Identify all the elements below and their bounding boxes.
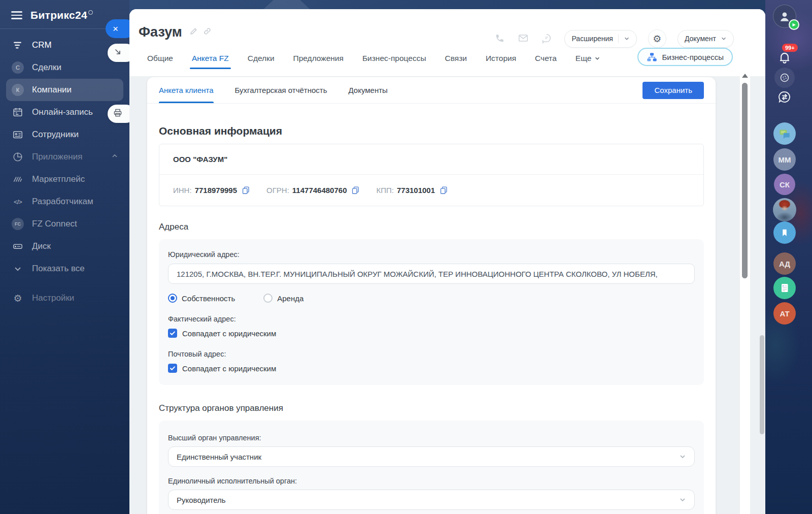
tab-general[interactable]: Общие: [147, 54, 173, 69]
tab-accounting-reports[interactable]: Бухгалтерская отчётность: [235, 77, 327, 103]
apps-pie-icon: [11, 150, 24, 164]
scrollbar-thumb[interactable]: [742, 83, 748, 278]
avatar-mm[interactable]: MM: [773, 148, 796, 171]
tab-offers[interactable]: Предложения: [293, 54, 344, 69]
actual-address-label: Фактический адрес:: [168, 315, 695, 323]
support-icon[interactable]: [774, 68, 795, 88]
extensions-label: Расширения: [571, 35, 613, 43]
close-icon: ×: [113, 23, 118, 35]
document-dropdown[interactable]: Документ: [678, 30, 734, 48]
sidebar-item-developers[interactable]: </> Разработчикам: [6, 190, 123, 213]
company-slider-panel: Фазум Расширения: [129, 9, 765, 514]
tab-client-form[interactable]: Анкета клиента: [159, 77, 214, 103]
chevron-down-icon: [594, 55, 600, 61]
rent-radio-option[interactable]: Аренда: [263, 294, 303, 303]
printer-icon: [113, 108, 123, 120]
checkbox-checked[interactable]: [168, 329, 177, 338]
link-icon[interactable]: [203, 27, 212, 38]
avatar-photo[interactable]: [773, 198, 796, 221]
tab-more[interactable]: Еще: [576, 54, 601, 69]
edit-title-icon[interactable]: [189, 27, 198, 38]
sidebar-item-label: Онлайн-запись: [32, 107, 93, 117]
supreme-body-label: Высший орган управления:: [168, 434, 695, 442]
sidebar-item-disk[interactable]: Диск: [6, 235, 123, 258]
tab-history[interactable]: История: [486, 54, 516, 69]
sidebar-item-label: Показать все: [32, 264, 85, 274]
sidebar-item-fz-connect[interactable]: FC FZ Connect: [6, 213, 123, 235]
avatar-at[interactable]: АТ: [773, 302, 796, 325]
tab-invoices[interactable]: Счета: [535, 54, 557, 69]
notifications-bell[interactable]: 99+: [777, 50, 792, 67]
tab-anketa-fz[interactable]: Анкета FZ: [192, 54, 229, 69]
legal-address-input[interactable]: 121205, Г.МОСКВА, ВН.ТЕР.Г. МУНИЦИПАЛЬНЫ…: [168, 264, 695, 284]
panel-scrollbar[interactable]: [740, 70, 750, 514]
sidebar-item-online-booking[interactable]: Онлайн-запись: [6, 101, 123, 123]
business-process-button[interactable]: Бизнес-процессы: [637, 48, 733, 66]
sidebar-item-marketplace[interactable]: Маркетплейс: [6, 168, 123, 190]
business-process-label: Бизнес-процессы: [662, 53, 724, 61]
profile-avatar[interactable]: ▶: [773, 5, 796, 28]
bookmark-icon[interactable]: [773, 221, 796, 244]
postal-same-checkbox-row[interactable]: Совпадает с юридическим: [168, 364, 695, 373]
actual-same-checkbox-row[interactable]: Совпадает с юридическим: [168, 329, 695, 338]
settings-gear-button[interactable]: ⚙: [648, 29, 666, 48]
sidebar-item-label: Сделки: [32, 62, 61, 73]
messenger-icon[interactable]: [773, 122, 796, 145]
phone-icon[interactable]: [494, 33, 506, 45]
code-icon: </>: [11, 195, 24, 208]
avatar-ad[interactable]: АД: [773, 252, 796, 275]
addresses-block: Юридический адрес: 121205, Г.МОСКВА, ВН.…: [159, 239, 704, 385]
tab-links[interactable]: Связи: [445, 54, 467, 69]
chevron-up-icon: [111, 152, 118, 162]
sidebar-item-show-all[interactable]: Показать все: [6, 258, 123, 280]
sidebar-item-label: Разработчикам: [32, 197, 93, 207]
sidebar-item-apps[interactable]: Приложения: [6, 146, 123, 168]
sidebar-item-label: Приложения: [32, 152, 82, 162]
tab-documents[interactable]: Документы: [349, 77, 388, 103]
chat-transfer-icon[interactable]: [776, 89, 793, 107]
legal-address-label: Юридический адрес:: [168, 250, 695, 259]
chevron-down-icon: [721, 36, 727, 42]
deals-letter-icon: С: [11, 61, 24, 74]
addresses-heading: Адреса: [159, 222, 704, 232]
brand-logo[interactable]: Битрикс24: [30, 9, 93, 21]
sidebar-item-label: CRM: [32, 40, 52, 50]
chevron-down-icon: [624, 36, 630, 42]
sidebar-item-label: Маркетплейс: [32, 174, 85, 184]
copy-icon[interactable]: [439, 186, 448, 195]
panel-body: Анкета клиента Бухгалтерская отчётность …: [129, 76, 765, 514]
main-info-heading: Основная информация: [159, 125, 704, 137]
chevron-down-icon: [679, 453, 686, 460]
tab-business-processes[interactable]: Бизнес-процессы: [362, 54, 426, 69]
save-button[interactable]: Сохранить: [642, 82, 704, 99]
sidebar-item-settings[interactable]: ⚙ Настройки: [6, 287, 123, 309]
sidebar-item-crm[interactable]: CRM: [6, 34, 123, 56]
sidebar-item-employees[interactable]: Сотрудники: [6, 123, 123, 146]
play-status-badge[interactable]: ▶: [789, 19, 799, 30]
avatar-ck[interactable]: СК: [774, 174, 795, 195]
hamburger-menu-icon[interactable]: [11, 11, 22, 19]
sidebar-item-label: Сотрудники: [32, 130, 79, 140]
radio-selected[interactable]: [168, 294, 177, 303]
chevron-down-icon: [679, 496, 686, 503]
ownership-radio-option[interactable]: Собственность: [168, 294, 235, 303]
copy-icon[interactable]: [351, 186, 360, 195]
copy-icon[interactable]: [242, 186, 250, 195]
calendar-icon: [11, 106, 24, 119]
document-app-icon[interactable]: [773, 277, 796, 299]
outer-scrollbar-thumb[interactable]: [760, 335, 764, 434]
governance-block: Высший орган управления: Единственный уч…: [159, 421, 704, 514]
checkbox-checked[interactable]: [168, 364, 177, 373]
company-name: ООО "ФАЗУМ": [159, 144, 703, 174]
executive-body-select[interactable]: Руководитель: [168, 490, 695, 510]
sidebar-item-companies[interactable]: К Компании: [6, 79, 123, 101]
extensions-dropdown[interactable]: Расширения: [564, 30, 636, 48]
chat-history-icon[interactable]: [541, 33, 553, 45]
scrollbar-up-arrow[interactable]: [742, 74, 748, 78]
sidebar-item-label: Диск: [32, 241, 51, 251]
mail-icon[interactable]: [518, 33, 530, 45]
tab-deals[interactable]: Сделки: [248, 54, 275, 69]
sidebar-item-deals[interactable]: С Сделки: [6, 56, 123, 79]
supreme-body-select[interactable]: Единственный участник: [168, 446, 695, 467]
radio-unselected[interactable]: [263, 294, 273, 303]
